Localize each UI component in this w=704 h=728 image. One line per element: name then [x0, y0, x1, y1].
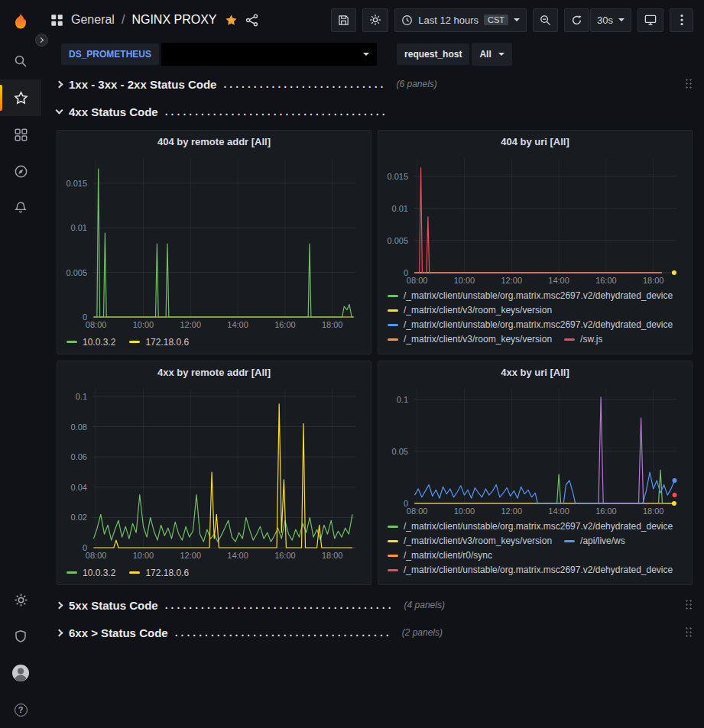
- row-drag-handle[interactable]: [685, 78, 693, 90]
- panel-title[interactable]: 404 by uri [All]: [378, 131, 692, 152]
- dashboard-canvas: 1xx - 3xx - 2xx Status Code ............…: [41, 69, 704, 728]
- dashboard-settings-button[interactable]: [362, 8, 388, 32]
- panel-4xx-by-uri: 4xx by uri [All] 08:0010:0012:0014:0016:…: [378, 361, 693, 585]
- svg-text:0.01: 0.01: [392, 204, 408, 213]
- series-color-mark: [388, 309, 398, 312]
- chart-canvas[interactable]: 08:0010:0012:0014:0016:0018:0000.0050.01…: [383, 152, 687, 288]
- legend-item[interactable]: 10.0.3.2: [67, 337, 115, 348]
- row-title-dots: ......................................: [165, 599, 394, 611]
- dashboard-title[interactable]: NGINX PROXY: [131, 13, 216, 27]
- dashboards-grid-icon: [15, 128, 28, 141]
- panel-title[interactable]: 4xx by uri [All]: [378, 361, 692, 383]
- sidebar-item-alerting[interactable]: [0, 189, 41, 226]
- legend-label: /_matrix/client/unstable/org.matrix.msc2…: [404, 521, 673, 532]
- svg-text:0.015: 0.015: [66, 179, 87, 188]
- legend-item[interactable]: /_matrix/client/unstable/org.matrix.msc2…: [388, 290, 673, 301]
- legend-item[interactable]: /_matrix/client/v3/room_keys/version: [388, 305, 552, 315]
- svg-text:14:00: 14:00: [548, 276, 569, 285]
- time-series-chart[interactable]: 08:0010:0012:0014:0016:0018:0000.050.1: [383, 383, 687, 519]
- refresh-button[interactable]: [564, 8, 589, 32]
- legend-item[interactable]: 172.18.0.6: [129, 337, 189, 348]
- dashboard-row-6xx[interactable]: 6xx > Status Code ......................…: [57, 622, 693, 643]
- row-drag-handle[interactable]: [685, 626, 693, 639]
- grafana-logo[interactable]: [0, 0, 41, 43]
- sidebar-item-starred[interactable]: [0, 79, 41, 116]
- time-series-chart[interactable]: 08:0010:0012:0014:0016:0018:0000.0050.01…: [383, 152, 687, 288]
- share-button[interactable]: [245, 14, 258, 27]
- star-filled-icon: [225, 14, 238, 27]
- refresh-interval-picker[interactable]: 30s: [590, 8, 631, 32]
- chart-canvas[interactable]: 08:0010:0012:0014:0016:0018:0000.020.040…: [62, 383, 366, 563]
- breadcrumb-separator: /: [122, 13, 125, 27]
- row-title-dots: .....................................: [165, 105, 388, 118]
- request-host-select[interactable]: All: [472, 43, 511, 66]
- svg-text:0: 0: [404, 268, 408, 277]
- favorite-button[interactable]: [225, 14, 238, 27]
- breadcrumb-folder[interactable]: General: [71, 13, 115, 27]
- sidebar-spacer: [0, 226, 41, 581]
- topbar-actions: Last 12 hours CST: [331, 8, 693, 32]
- save-icon: [338, 15, 349, 26]
- request-host-variable: request_host All: [397, 43, 512, 66]
- sidebar-item-explore[interactable]: [0, 153, 41, 189]
- dashboard-row-5xx[interactable]: 5xx Status Code ........................…: [57, 594, 693, 616]
- svg-text:08:00: 08:00: [86, 551, 107, 560]
- dashboards-icon: [50, 14, 63, 27]
- svg-text:18:00: 18:00: [643, 506, 664, 516]
- sidebar-item-server-admin[interactable]: [0, 618, 41, 655]
- refresh-interval-label: 30s: [597, 15, 613, 26]
- row-drag-handle[interactable]: [685, 599, 693, 611]
- panel-title[interactable]: 404 by remote addr [All]: [57, 131, 371, 152]
- time-series-chart[interactable]: 08:0010:0012:0014:0016:0018:0000.0050.01…: [62, 152, 366, 332]
- sidebar-item-dashboards[interactable]: [0, 116, 41, 153]
- series-color-mark: [67, 571, 77, 574]
- time-range-label: Last 12 hours: [418, 15, 479, 26]
- svg-text:16:00: 16:00: [595, 506, 617, 516]
- svg-text:10:00: 10:00: [454, 276, 475, 285]
- save-dashboard-button[interactable]: [331, 8, 356, 32]
- row-title-dots: ....................................: [175, 626, 392, 639]
- datasource-variable-value[interactable]: [161, 43, 377, 66]
- panel-title[interactable]: 4xx by remote addr [All]: [57, 361, 371, 383]
- legend-label: 10.0.3.2: [83, 337, 115, 348]
- dashboard-row-4xx[interactable]: 4xx Status Code ........................…: [57, 101, 693, 122]
- series-color-mark: [129, 341, 140, 343]
- legend-label: 10.0.3.2: [83, 568, 115, 578]
- request-host-value: All: [479, 49, 491, 60]
- more-options-button[interactable]: [670, 8, 693, 32]
- series-color-mark: [129, 571, 140, 574]
- legend-item[interactable]: /_matrix/client/unstable/org.matrix.msc2…: [388, 319, 673, 330]
- panel-grid: 404 by remote addr [All] 08:0010:0012:00…: [57, 130, 693, 585]
- sidebar-expand-button[interactable]: [35, 34, 48, 47]
- time-range-picker[interactable]: Last 12 hours CST: [394, 8, 527, 32]
- svg-text:0.1: 0.1: [76, 392, 87, 401]
- time-series-chart[interactable]: 08:0010:0012:0014:0016:0018:0000.020.040…: [62, 383, 366, 563]
- sidebar-item-search[interactable]: [0, 43, 41, 79]
- tv-mode-button[interactable]: [637, 8, 663, 32]
- dashboard-row-1xx-3xx-2xx[interactable]: 1xx - 3xx - 2xx Status Code ............…: [57, 73, 693, 95]
- legend-item[interactable]: /_matrix/client/r0/sync: [388, 550, 492, 561]
- chart-canvas[interactable]: 08:0010:0012:0014:0016:0018:0000.0050.01…: [62, 152, 366, 332]
- legend-item[interactable]: /api/live/ws: [564, 535, 625, 546]
- legend-item[interactable]: 10.0.3.2: [67, 568, 115, 578]
- zoom-out-button[interactable]: [533, 8, 558, 32]
- datasource-variable-label[interactable]: DS_PROMETHEUS: [61, 44, 159, 65]
- chart-canvas[interactable]: 08:0010:0012:0014:0016:0018:0000.050.1: [383, 383, 687, 519]
- legend-item[interactable]: /sw.js: [564, 334, 602, 345]
- svg-text:0.02: 0.02: [71, 513, 87, 522]
- legend-item[interactable]: /_matrix/client/unstable/org.matrix.msc2…: [388, 521, 673, 532]
- sidebar-item-profile[interactable]: [0, 655, 41, 691]
- svg-text:12:00: 12:00: [180, 551, 202, 560]
- svg-text:10:00: 10:00: [133, 320, 154, 329]
- chart-legend: 10.0.3.2172.18.0.6: [57, 563, 371, 584]
- legend-item[interactable]: /_matrix/client/unstable/org.matrix.msc2…: [388, 565, 673, 575]
- legend-label: /_matrix/client/r0/sync: [404, 550, 492, 561]
- legend-item[interactable]: 172.18.0.6: [129, 568, 189, 578]
- row-title: 6xx > Status Code: [69, 626, 168, 639]
- panel-title-text: 4xx by uri [All]: [501, 367, 569, 378]
- refresh-icon: [571, 15, 582, 26]
- sidebar-item-configuration[interactable]: [0, 581, 41, 618]
- sidebar-item-help[interactable]: ?: [0, 691, 41, 728]
- legend-item[interactable]: /_matrix/client/v3/room_keys/version: [388, 535, 552, 546]
- legend-item[interactable]: /_matrix/client/v3/room_keys/version: [388, 334, 552, 345]
